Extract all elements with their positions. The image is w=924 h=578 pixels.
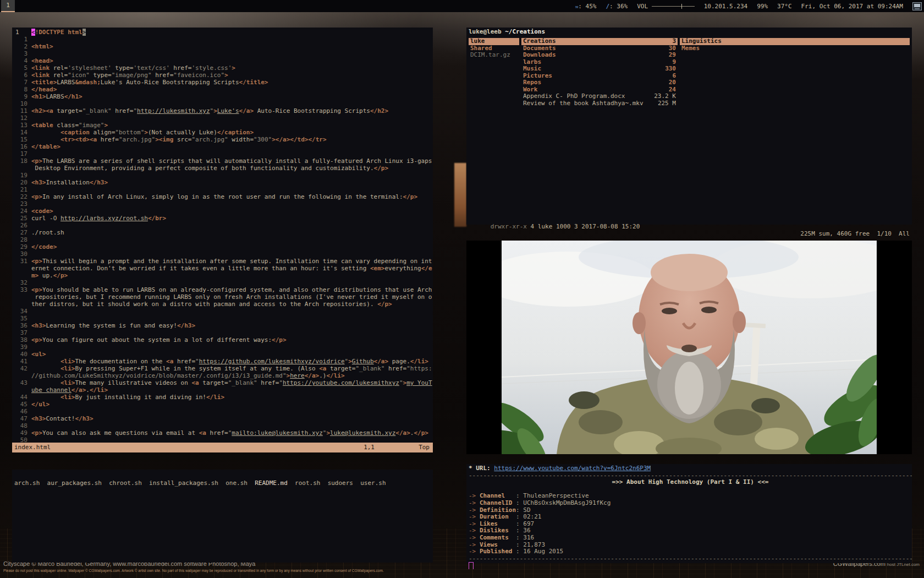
editor-line[interactable]: 18<p>The LARBS are a series of shell scr… [12, 157, 433, 165]
volume-slider-handle[interactable] [681, 4, 682, 9]
editor-line[interactable]: ernet connection. Don't be worried if it… [12, 265, 433, 272]
volume-module[interactable]: VOL [637, 3, 695, 10]
ranger-item-linguistics[interactable]: Linguistics [680, 38, 910, 45]
editor-line[interactable]: 47<h3>Contact!</h3> [12, 415, 433, 422]
clock: Fri, Oct 06, 2017 at 09:24AM [801, 3, 903, 10]
editor-line[interactable]: 3 [12, 50, 433, 57]
line-number: 20 [12, 179, 28, 186]
editor-line[interactable]: 38<p>You can figure out about the system… [12, 336, 433, 343]
volume-slider[interactable] [652, 6, 695, 7]
editor-line[interactable]: 29</code> [12, 243, 433, 250]
editor-line[interactable]: 17 [12, 150, 433, 157]
editor-line[interactable]: 26 [12, 222, 433, 229]
editor-line[interactable]: 42 <li>By pressing Super+F1 while in the… [12, 365, 433, 372]
ranger-item-luke[interactable]: luke [469, 38, 519, 45]
editor-line[interactable]: 25curl -O http://larbs.xyz/root.sh</br> [12, 215, 433, 222]
editor-line[interactable]: 7<title>LARBS&mdash;Luke's Auto-Rice Boo… [12, 79, 433, 86]
youtube-url-link[interactable]: https://www.youtube.com/watch?v=6Jntc2n6… [494, 465, 651, 472]
editor-line[interactable]: 23 [12, 200, 433, 208]
editor-text-area[interactable]: 1<!DOCTYPE html>12<html>34<head>5<link r… [12, 29, 433, 444]
editor-line[interactable]: 39 [12, 343, 433, 351]
video-info-row: -> Published : 16 Aug 2015 [466, 548, 912, 555]
editor-line[interactable]: 2<html> [12, 43, 433, 50]
editor-line[interactable]: //github.com/LukeSmithxyz/voidrice/blob/… [12, 372, 433, 379]
editor-line[interactable]: 9<h1>LARBS</h1> [12, 93, 433, 100]
ranger-preview-pane[interactable]: LinguisticsMemes [680, 38, 910, 52]
line-number: 21 [12, 186, 28, 193]
terminal-prompt-line[interactable]: [luke@leeb larbs]$ [12, 487, 433, 495]
ranger-item-larbs[interactable]: larbs9 [521, 59, 678, 66]
workspace-button-1[interactable]: 1 [1, 0, 15, 12]
ranger-item-pictures[interactable]: Pictures6 [521, 73, 678, 80]
editor-line[interactable]: Desktop Environment, providing a perfect… [12, 165, 433, 172]
terminal-cursor-line[interactable] [466, 562, 912, 569]
editor-line[interactable]: 12 [12, 114, 433, 122]
editor-line[interactable]: 8</head> [12, 86, 433, 93]
editor-line[interactable]: 21 [12, 186, 433, 193]
editor-line[interactable]: 45</ul> [12, 401, 433, 408]
ranger-item-review-of-the-book-ashtadhya-mkv[interactable]: Review of the book Ashtadhya~.mkv225 M [521, 100, 678, 107]
editor-line[interactable]: 43 <li>The many illustrative videos on <… [12, 379, 433, 386]
editor-line[interactable]: ther distros, but it should work on a di… [12, 301, 433, 308]
line-number: 45 [12, 401, 28, 408]
editor-line[interactable]: 1 [12, 36, 433, 43]
editor-line[interactable]: 1<!DOCTYPE html> [12, 29, 433, 36]
editor-line[interactable]: 16</table> [12, 143, 433, 150]
editor-line[interactable]: 46 [12, 408, 433, 415]
ranger-item-work[interactable]: Work24 [521, 86, 678, 94]
editor-line[interactable]: 27./root.sh [12, 229, 433, 236]
ranger-item-repos[interactable]: Repos20 [521, 79, 678, 86]
editor-line[interactable]: 14 <caption align="bottom">(Not actually… [12, 129, 433, 136]
line-number: 7 [12, 79, 28, 86]
editor-line[interactable]: 31<p>This will begin a prompt and the in… [12, 258, 433, 265]
editor-line[interactable]: 28 [12, 236, 433, 243]
ranger-item-memes[interactable]: Memes [680, 45, 910, 52]
editor-line[interactable]: 32 [12, 279, 433, 286]
editor-line[interactable]: 44 <li>By just installing it and diving … [12, 394, 433, 401]
file-name: sudoers [328, 479, 353, 487]
terminal-left-window[interactable]: [luke@leeb larbs]$ ls arch.sh aur_packag… [12, 470, 433, 563]
ranger-item-dcim-tar-gz[interactable]: DCIM.tar.gz [469, 52, 519, 59]
ranger-item-music[interactable]: Music330 [521, 66, 678, 73]
editor-line[interactable]: 30 [12, 250, 433, 258]
ranger-parent-pane[interactable]: lukeSharedDCIM.tar.gz [469, 38, 519, 59]
editor-line[interactable]: 34 [12, 308, 433, 315]
editor-line[interactable]: 15 <tr><td><a href="arch.jpg"><img src="… [12, 136, 433, 143]
ls-output-line: arch.sh aur_packages.sh chroot.sh instal… [12, 479, 433, 487]
ranger-current-pane[interactable]: Creations3Documents30Downloads29larbs9Mu… [521, 38, 678, 107]
editor-line[interactable]: 36<h3>Learning the system is fun and eas… [12, 322, 433, 329]
editor-line[interactable]: 40<ul> [12, 351, 433, 358]
editor-line[interactable]: ube channel</a>.</li> [12, 386, 433, 394]
editor-line[interactable]: 22<p>In any install of Arch Linux, simpl… [12, 193, 433, 200]
editor-line[interactable]: 49<p>You can also ask me questions via e… [12, 429, 433, 437]
editor-line[interactable]: 6<link rel="icon" type="image/png" href=… [12, 72, 433, 79]
mail-percent: : 45% [578, 3, 596, 10]
editor-line[interactable]: 19 [12, 172, 433, 179]
ranger-item-downloads[interactable]: Downloads29 [521, 52, 678, 59]
mpv-video-window[interactable] [466, 241, 912, 454]
ranger-item-shared[interactable]: Shared [469, 45, 519, 52]
editor-line[interactable]: 5<link rel='stylesheet' type='text/css' … [12, 64, 433, 72]
editor-line[interactable]: 24<code> [12, 208, 433, 215]
editor-line[interactable]: 48 [12, 422, 433, 429]
editor-line[interactable]: 41 <li>The documentation on the <a href=… [12, 358, 433, 365]
editor-line[interactable]: 37 [12, 329, 433, 336]
editor-line[interactable]: 11<h2><a target="_blank" href="http://lu… [12, 107, 433, 114]
editor-line[interactable]: 10 [12, 100, 433, 107]
ranger-window[interactable]: luke@leeb ~/Creations lukeSharedDCIM.tar… [466, 28, 912, 225]
editor-line[interactable]: 4<head> [12, 57, 433, 64]
file-name: README.md [255, 479, 288, 487]
editor-line[interactable]: m> up.</p> [12, 272, 433, 279]
editor-line[interactable]: 35 [12, 315, 433, 322]
terminal-right-window[interactable]: * URL: https://www.youtube.com/watch?v=6… [466, 464, 912, 563]
editor-line[interactable]: 33<p>You should be able to run LARBS on … [12, 286, 433, 293]
systray-monitor-icon[interactable] [912, 2, 922, 10]
editor-line[interactable]: 13<table class="image"> [12, 122, 433, 129]
ranger-item-appendix-c-phd-program-docx[interactable]: Appendix C- PhD Program.docx23.2 K [521, 93, 678, 100]
editor-line[interactable]: 20<h3>Installation</h3> [12, 179, 433, 186]
vim-editor-window[interactable]: 1<!DOCTYPE html>12<html>34<head>5<link r… [12, 28, 433, 452]
battery-percent: 99% [757, 3, 768, 10]
editor-line[interactable]: repositories, but I recommend running LA… [12, 293, 433, 301]
ranger-item-documents[interactable]: Documents30 [521, 45, 678, 52]
ranger-item-creations[interactable]: Creations3 [521, 38, 678, 45]
